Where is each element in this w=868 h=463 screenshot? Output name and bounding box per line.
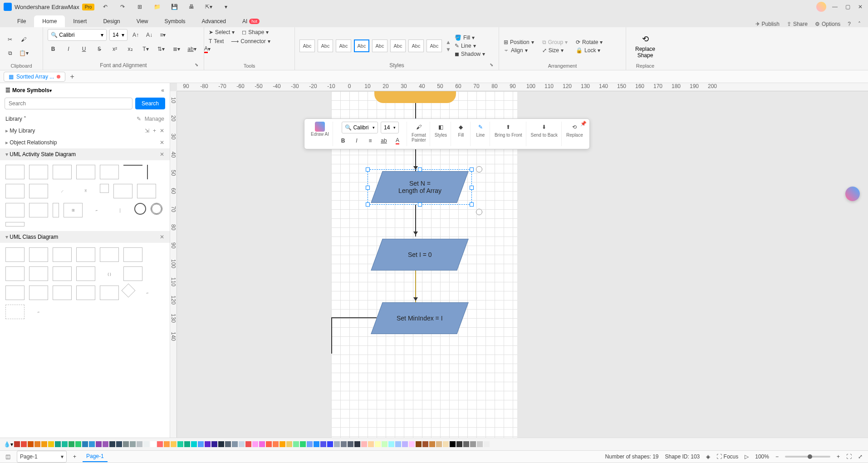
document-tab[interactable]: ▦ Sortted Array ... — [4, 72, 65, 82]
play-icon[interactable]: ▷ — [745, 453, 749, 460]
connector-line[interactable] — [331, 317, 377, 318]
color-swatch[interactable] — [41, 441, 47, 447]
connector-arrow[interactable] — [415, 271, 416, 302]
color-swatch[interactable] — [341, 441, 347, 447]
resize-handle[interactable] — [366, 186, 370, 190]
redo-icon[interactable]: ↷ — [117, 1, 128, 12]
color-swatch[interactable] — [307, 441, 313, 447]
color-swatch[interactable] — [198, 441, 204, 447]
float-front-icon[interactable]: ⬆ — [503, 122, 514, 133]
shadow-button[interactable]: ◼Shadow ▾ — [455, 51, 485, 57]
manage-label[interactable]: Manage — [145, 116, 164, 122]
maximize-icon[interactable]: ▢ — [843, 3, 852, 11]
shape-thumb[interactable] — [134, 203, 146, 215]
import-icon[interactable]: ⇲ — [145, 128, 149, 134]
color-swatch[interactable] — [286, 441, 292, 447]
shape-thumb[interactable] — [76, 247, 95, 262]
library-label[interactable]: Library — [5, 116, 22, 122]
tab-symbols[interactable]: Symbols — [157, 15, 194, 27]
minimize-icon[interactable]: — — [831, 3, 839, 11]
save-icon[interactable]: 💾 — [169, 1, 180, 12]
shape-thumb[interactable] — [29, 165, 48, 179]
color-swatch[interactable] — [450, 441, 456, 447]
color-swatch[interactable] — [28, 441, 34, 447]
color-swatch[interactable] — [252, 441, 258, 447]
color-swatch[interactable] — [463, 441, 469, 447]
highlight-icon[interactable]: ab▾ — [186, 44, 197, 54]
color-swatch[interactable] — [456, 441, 462, 447]
shape-thumb[interactable] — [29, 286, 48, 300]
color-swatch[interactable] — [34, 441, 40, 447]
shape-thumb[interactable] — [76, 286, 95, 300]
color-swatch[interactable] — [69, 441, 74, 447]
resize-handle[interactable] — [366, 167, 370, 172]
rotation-handle[interactable] — [476, 166, 482, 172]
shape-thumb[interactable] — [53, 203, 59, 217]
group-button[interactable]: ⧉Group▾ — [542, 39, 568, 45]
color-swatch[interactable] — [368, 441, 374, 447]
page-layout-icon[interactable]: ◫ — [5, 453, 10, 460]
flowchart-data-shape[interactable]: Set MinIndex = I — [371, 302, 468, 334]
color-swatch[interactable] — [320, 441, 326, 447]
shape-thumb[interactable] — [53, 247, 72, 262]
color-swatch[interactable] — [293, 441, 299, 447]
shape-thumb[interactable] — [147, 165, 149, 179]
resize-handle[interactable] — [418, 202, 422, 207]
color-swatch[interactable] — [334, 441, 340, 447]
pin-icon[interactable]: 📌 — [580, 121, 587, 127]
float-fill-icon[interactable]: ◆ — [456, 122, 466, 133]
color-swatch[interactable] — [96, 441, 102, 447]
more-symbols-label[interactable]: More Symbols — [12, 87, 49, 94]
align-icon[interactable]: ≡▾ — [157, 30, 168, 40]
tab-design[interactable]: Design — [95, 15, 128, 27]
tab-home[interactable]: Home — [34, 15, 65, 27]
style-preset-7[interactable]: Abc — [408, 39, 424, 52]
shape-thumb[interactable] — [53, 165, 72, 179]
shape-thumb[interactable]: ⧖ — [76, 184, 95, 198]
size-button[interactable]: ⤢Size▾ — [542, 47, 568, 54]
shape-thumb[interactable] — [137, 184, 156, 198]
color-swatch[interactable] — [422, 441, 428, 447]
color-swatch[interactable] — [416, 441, 422, 447]
more-qat-icon[interactable]: ▾ — [221, 1, 231, 12]
color-swatch[interactable] — [259, 441, 265, 447]
replace-shape-button[interactable]: ⟲ Replace Shape — [631, 34, 660, 59]
close-mylib-icon[interactable]: ✕ — [160, 128, 164, 134]
color-swatch[interactable] — [171, 441, 177, 447]
color-swatch[interactable] — [89, 441, 95, 447]
increase-font-icon[interactable]: A↑ — [130, 30, 141, 40]
shape-thumb[interactable] — [100, 286, 119, 300]
close-objrel-icon[interactable]: ✕ — [160, 139, 164, 146]
align-button[interactable]: ⫟Align▾ — [504, 47, 534, 54]
color-swatch[interactable] — [177, 441, 183, 447]
tab-advanced[interactable]: Advanced — [194, 15, 234, 27]
color-swatch[interactable] — [116, 441, 122, 447]
shape-tool[interactable]: ◻Shape ▾ — [242, 29, 269, 35]
style-preset-3[interactable]: Abc — [336, 39, 351, 52]
underline-icon[interactable]: U — [78, 44, 89, 54]
color-swatch[interactable] — [348, 441, 353, 447]
shape-thumb[interactable] — [53, 266, 72, 281]
shape-thumb[interactable] — [151, 203, 162, 215]
color-swatch[interactable] — [225, 441, 231, 447]
float-align-icon[interactable]: ≡ — [365, 135, 376, 146]
ai-side-button[interactable] — [845, 187, 860, 201]
page-select[interactable]: Page-1▾ — [17, 451, 67, 463]
shape-thumb[interactable] — [5, 222, 25, 227]
copy-icon[interactable]: ⧉ — [5, 48, 15, 59]
shape-thumb[interactable]: { } — [100, 266, 119, 281]
resize-handle[interactable] — [470, 202, 474, 207]
float-replace-icon[interactable]: ⟲ — [569, 122, 580, 133]
color-swatch[interactable] — [314, 441, 319, 447]
shape-thumb[interactable] — [113, 184, 132, 198]
shape-thumb[interactable] — [29, 247, 48, 262]
paste-icon[interactable]: 📋▾ — [18, 48, 29, 59]
style-preset-5[interactable]: Abc — [372, 39, 387, 52]
style-preset-2[interactable]: Abc — [318, 39, 333, 52]
shape-thumb[interactable]: │ — [111, 203, 130, 217]
italic-icon[interactable]: I — [63, 44, 74, 54]
color-swatch[interactable] — [436, 441, 442, 447]
shape-thumb[interactable]: ⌐ — [87, 203, 106, 217]
zoom-in-icon[interactable]: + — [837, 453, 840, 460]
collapse-ribbon-icon[interactable]: ˄ — [858, 21, 861, 27]
